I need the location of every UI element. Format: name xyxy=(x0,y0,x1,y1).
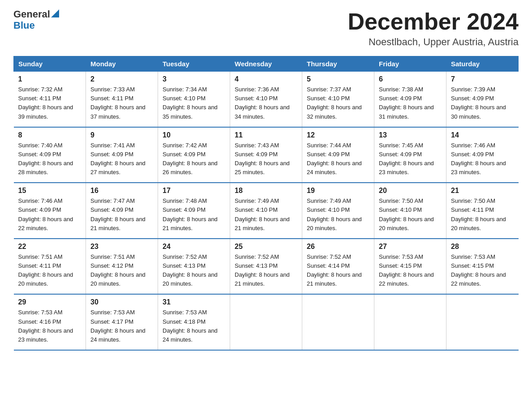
weekday-header-tuesday: Tuesday xyxy=(158,56,230,72)
day-number: 29 xyxy=(18,298,82,306)
day-info: Sunrise: 7:46 AMSunset: 4:09 PMDaylight:… xyxy=(18,197,82,233)
calendar-cell: 11 Sunrise: 7:43 AMSunset: 4:09 PMDaylig… xyxy=(230,127,302,183)
svg-marker-0 xyxy=(51,9,59,17)
weekday-header-monday: Monday xyxy=(86,56,158,72)
calendar-cell: 15 Sunrise: 7:46 AMSunset: 4:09 PMDaylig… xyxy=(14,183,86,239)
day-number: 9 xyxy=(90,131,153,139)
calendar-cell: 13 Sunrise: 7:45 AMSunset: 4:09 PMDaylig… xyxy=(374,127,446,183)
day-info: Sunrise: 7:50 AMSunset: 4:10 PMDaylight:… xyxy=(379,197,442,233)
logo: General Blue xyxy=(13,9,59,31)
day-info: Sunrise: 7:32 AMSunset: 4:11 PMDaylight:… xyxy=(18,85,82,121)
day-number: 5 xyxy=(307,75,369,83)
calendar-table: SundayMondayTuesdayWednesdayThursdayFrid… xyxy=(13,56,519,351)
day-number: 28 xyxy=(451,243,514,251)
weekday-header-row: SundayMondayTuesdayWednesdayThursdayFrid… xyxy=(14,56,519,72)
calendar-cell: 16 Sunrise: 7:47 AMSunset: 4:09 PMDaylig… xyxy=(86,183,158,239)
day-info: Sunrise: 7:53 AMSunset: 4:16 PMDaylight:… xyxy=(18,308,82,344)
calendar-week-row: 29 Sunrise: 7:53 AMSunset: 4:16 PMDaylig… xyxy=(14,294,519,350)
calendar-cell xyxy=(302,294,374,350)
calendar-cell: 14 Sunrise: 7:46 AMSunset: 4:09 PMDaylig… xyxy=(446,127,519,183)
calendar-cell: 7 Sunrise: 7:39 AMSunset: 4:09 PMDayligh… xyxy=(446,72,519,127)
day-info: Sunrise: 7:50 AMSunset: 4:11 PMDaylight:… xyxy=(451,197,514,233)
day-info: Sunrise: 7:47 AMSunset: 4:09 PMDaylight:… xyxy=(90,197,153,233)
calendar-cell: 10 Sunrise: 7:42 AMSunset: 4:09 PMDaylig… xyxy=(158,127,230,183)
day-info: Sunrise: 7:34 AMSunset: 4:10 PMDaylight:… xyxy=(163,85,225,121)
calendar-cell: 18 Sunrise: 7:49 AMSunset: 4:10 PMDaylig… xyxy=(230,183,302,239)
calendar-cell: 4 Sunrise: 7:36 AMSunset: 4:10 PMDayligh… xyxy=(230,72,302,127)
calendar-cell: 8 Sunrise: 7:40 AMSunset: 4:09 PMDayligh… xyxy=(14,127,86,183)
calendar-cell: 3 Sunrise: 7:34 AMSunset: 4:10 PMDayligh… xyxy=(158,72,230,127)
day-number: 6 xyxy=(379,75,442,83)
day-info: Sunrise: 7:53 AMSunset: 4:18 PMDaylight:… xyxy=(163,308,225,344)
day-info: Sunrise: 7:40 AMSunset: 4:09 PMDaylight:… xyxy=(18,141,82,177)
day-info: Sunrise: 7:53 AMSunset: 4:17 PMDaylight:… xyxy=(90,308,153,344)
day-info: Sunrise: 7:48 AMSunset: 4:09 PMDaylight:… xyxy=(163,197,225,233)
calendar-cell: 2 Sunrise: 7:33 AMSunset: 4:11 PMDayligh… xyxy=(86,72,158,127)
calendar-cell xyxy=(446,294,519,350)
day-info: Sunrise: 7:51 AMSunset: 4:12 PMDaylight:… xyxy=(90,253,153,289)
calendar-cell: 29 Sunrise: 7:53 AMSunset: 4:16 PMDaylig… xyxy=(14,294,86,350)
calendar-cell: 19 Sunrise: 7:49 AMSunset: 4:10 PMDaylig… xyxy=(302,183,374,239)
calendar-cell: 6 Sunrise: 7:38 AMSunset: 4:09 PMDayligh… xyxy=(374,72,446,127)
weekday-header-sunday: Sunday xyxy=(14,56,86,72)
calendar-cell: 25 Sunrise: 7:52 AMSunset: 4:13 PMDaylig… xyxy=(230,239,302,295)
calendar-cell: 17 Sunrise: 7:48 AMSunset: 4:09 PMDaylig… xyxy=(158,183,230,239)
day-number: 4 xyxy=(235,75,297,83)
weekday-header-wednesday: Wednesday xyxy=(230,56,302,72)
day-info: Sunrise: 7:52 AMSunset: 4:14 PMDaylight:… xyxy=(307,253,369,289)
day-number: 26 xyxy=(307,243,369,251)
day-info: Sunrise: 7:37 AMSunset: 4:10 PMDaylight:… xyxy=(307,85,369,121)
day-info: Sunrise: 7:42 AMSunset: 4:09 PMDaylight:… xyxy=(163,141,225,177)
day-info: Sunrise: 7:36 AMSunset: 4:10 PMDaylight:… xyxy=(235,85,297,121)
day-number: 3 xyxy=(163,75,225,83)
day-info: Sunrise: 7:39 AMSunset: 4:09 PMDaylight:… xyxy=(451,85,514,121)
location-title: Noestlbach, Upper Austria, Austria xyxy=(348,36,519,48)
day-number: 27 xyxy=(379,243,442,251)
weekday-header-friday: Friday xyxy=(374,56,446,72)
day-number: 21 xyxy=(451,187,514,195)
day-number: 18 xyxy=(235,187,297,195)
day-number: 25 xyxy=(235,243,297,251)
calendar-cell: 28 Sunrise: 7:53 AMSunset: 4:15 PMDaylig… xyxy=(446,239,519,295)
day-info: Sunrise: 7:51 AMSunset: 4:11 PMDaylight:… xyxy=(18,253,82,289)
day-number: 31 xyxy=(163,298,225,306)
calendar-cell: 5 Sunrise: 7:37 AMSunset: 4:10 PMDayligh… xyxy=(302,72,374,127)
day-number: 14 xyxy=(451,131,514,139)
calendar-cell: 30 Sunrise: 7:53 AMSunset: 4:17 PMDaylig… xyxy=(86,294,158,350)
day-number: 20 xyxy=(379,187,442,195)
weekday-header-thursday: Thursday xyxy=(302,56,374,72)
weekday-header-saturday: Saturday xyxy=(446,56,519,72)
logo-general-text: General xyxy=(13,9,50,20)
day-number: 1 xyxy=(18,75,82,83)
month-title: December 2024 xyxy=(348,9,519,34)
day-number: 2 xyxy=(90,75,153,83)
calendar-week-row: 8 Sunrise: 7:40 AMSunset: 4:09 PMDayligh… xyxy=(14,127,519,183)
calendar-week-row: 22 Sunrise: 7:51 AMSunset: 4:11 PMDaylig… xyxy=(14,239,519,295)
day-number: 11 xyxy=(235,131,297,139)
day-number: 10 xyxy=(163,131,225,139)
day-info: Sunrise: 7:41 AMSunset: 4:09 PMDaylight:… xyxy=(90,141,153,177)
calendar-cell: 21 Sunrise: 7:50 AMSunset: 4:11 PMDaylig… xyxy=(446,183,519,239)
day-info: Sunrise: 7:45 AMSunset: 4:09 PMDaylight:… xyxy=(379,141,442,177)
day-info: Sunrise: 7:44 AMSunset: 4:09 PMDaylight:… xyxy=(307,141,369,177)
day-info: Sunrise: 7:53 AMSunset: 4:15 PMDaylight:… xyxy=(451,253,514,289)
day-info: Sunrise: 7:52 AMSunset: 4:13 PMDaylight:… xyxy=(163,253,225,289)
page-header: General Blue December 2024 Noestlbach, U… xyxy=(13,9,519,48)
day-info: Sunrise: 7:49 AMSunset: 4:10 PMDaylight:… xyxy=(235,197,297,233)
day-number: 24 xyxy=(163,243,225,251)
day-info: Sunrise: 7:46 AMSunset: 4:09 PMDaylight:… xyxy=(451,141,514,177)
day-number: 15 xyxy=(18,187,82,195)
calendar-cell: 23 Sunrise: 7:51 AMSunset: 4:12 PMDaylig… xyxy=(86,239,158,295)
day-number: 8 xyxy=(18,131,82,139)
title-area: December 2024 Noestlbach, Upper Austria,… xyxy=(348,9,519,48)
calendar-cell: 26 Sunrise: 7:52 AMSunset: 4:14 PMDaylig… xyxy=(302,239,374,295)
calendar-cell: 20 Sunrise: 7:50 AMSunset: 4:10 PMDaylig… xyxy=(374,183,446,239)
day-info: Sunrise: 7:49 AMSunset: 4:10 PMDaylight:… xyxy=(307,197,369,233)
calendar-cell: 31 Sunrise: 7:53 AMSunset: 4:18 PMDaylig… xyxy=(158,294,230,350)
day-number: 7 xyxy=(451,75,514,83)
day-info: Sunrise: 7:52 AMSunset: 4:13 PMDaylight:… xyxy=(235,253,297,289)
day-number: 23 xyxy=(90,243,153,251)
day-number: 16 xyxy=(90,187,153,195)
day-info: Sunrise: 7:43 AMSunset: 4:09 PMDaylight:… xyxy=(235,141,297,177)
day-number: 12 xyxy=(307,131,369,139)
